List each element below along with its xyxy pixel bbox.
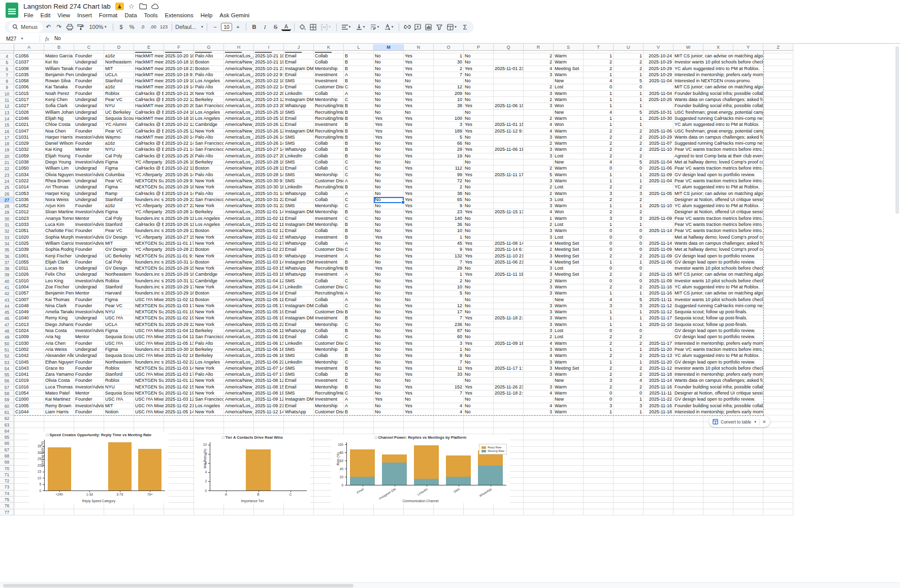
- cell[interactable]: Instagram DM: [284, 397, 314, 403]
- cell[interactable]: New York: [194, 178, 224, 184]
- cell[interactable]: [763, 297, 793, 303]
- cell[interactable]: [494, 322, 524, 328]
- cell[interactable]: A: [344, 91, 374, 97]
- cell[interactable]: [554, 478, 584, 484]
- cell[interactable]: No: [374, 278, 404, 284]
- cell[interactable]: No: [374, 197, 404, 203]
- cell[interactable]: Palo Alto: [194, 172, 224, 178]
- cell[interactable]: Warm: [554, 228, 584, 234]
- cell[interactable]: Undergrad: [74, 197, 104, 203]
- cell[interactable]: Founder: [74, 91, 104, 97]
- cell[interactable]: America/Los_Angeles: [224, 191, 254, 197]
- cell[interactable]: No: [374, 347, 404, 353]
- row-header-29[interactable]: 29: [0, 209, 14, 215]
- cell[interactable]: 3: [584, 403, 614, 409]
- cell[interactable]: [733, 491, 763, 497]
- cell[interactable]: USC freshman; great energy, potential ca…: [673, 110, 763, 116]
- cell[interactable]: [524, 422, 554, 428]
- cell[interactable]: [673, 434, 703, 440]
- cell[interactable]: 2025-11-16: [644, 284, 673, 290]
- cell[interactable]: 4: [524, 241, 554, 247]
- row-header-60[interactable]: 60: [0, 403, 14, 409]
- cell[interactable]: Investment: [314, 253, 344, 259]
- cell[interactable]: Yes: [404, 203, 434, 209]
- cell[interactable]: No: [374, 360, 404, 366]
- cell[interactable]: [763, 497, 793, 503]
- cell[interactable]: 12: [434, 303, 464, 309]
- cell[interactable]: Undergrad: [74, 253, 104, 259]
- cell[interactable]: [763, 110, 793, 116]
- cell[interactable]: [434, 297, 464, 303]
- cell[interactable]: [763, 378, 793, 384]
- cell[interactable]: Collab: [314, 153, 344, 159]
- cell[interactable]: 11: [434, 366, 464, 372]
- cell[interactable]: Berkeley: [194, 97, 224, 103]
- row-header-38[interactable]: 38: [0, 266, 14, 272]
- cell[interactable]: Yes: [464, 241, 494, 247]
- cell[interactable]: 0: [614, 228, 644, 234]
- cell[interactable]: [673, 459, 703, 465]
- cell[interactable]: 1: [614, 259, 644, 266]
- cell[interactable]: Figma: [104, 184, 134, 190]
- row-header-7[interactable]: 7: [0, 72, 14, 78]
- cell[interactable]: 3: [584, 378, 614, 384]
- cell[interactable]: Agreed to test Comp beta at their club e…: [673, 153, 763, 159]
- cell[interactable]: [644, 440, 673, 446]
- cell[interactable]: [434, 397, 464, 403]
- cell[interactable]: 7: [434, 72, 464, 78]
- cell[interactable]: Remy Brown: [44, 403, 74, 409]
- cell[interactable]: No: [464, 135, 494, 141]
- cell[interactable]: 2: [584, 128, 614, 135]
- cell[interactable]: B: [344, 128, 374, 135]
- decrease-decimal-button[interactable]: .0: [138, 22, 147, 32]
- cell[interactable]: America/New_York: [224, 409, 254, 415]
- cell[interactable]: LinkedIn: [284, 341, 314, 347]
- cell[interactable]: Wants data on campus challenges; asked f…: [673, 97, 763, 103]
- cell[interactable]: [673, 484, 703, 490]
- cell[interactable]: HackMIT meetup: [134, 116, 164, 122]
- row-header-34[interactable]: 34: [0, 241, 14, 247]
- cell[interactable]: [524, 466, 554, 472]
- cell[interactable]: [434, 110, 464, 116]
- row-header-46[interactable]: 46: [0, 315, 14, 321]
- cell[interactable]: 2: [584, 184, 614, 190]
- cell[interactable]: Yes: [374, 128, 404, 135]
- cell[interactable]: 1: [584, 172, 614, 178]
- row-header-4[interactable]: 4: [0, 53, 14, 59]
- cell[interactable]: [584, 428, 614, 434]
- cell[interactable]: William Garcia: [44, 241, 74, 247]
- cell[interactable]: [673, 415, 703, 421]
- cell[interactable]: Warm: [554, 172, 584, 178]
- cell[interactable]: YC alum suggested intro to PM at Roblox.: [673, 66, 763, 72]
- cell[interactable]: NEXTGEN Summit: [134, 378, 164, 384]
- cell[interactable]: YC alum suggested intro to PM at Roblox.: [673, 203, 763, 209]
- cell[interactable]: [703, 459, 733, 465]
- cell[interactable]: 2025-11-06: [644, 259, 673, 266]
- cell[interactable]: 1: [614, 315, 644, 321]
- cell[interactable]: [763, 253, 793, 259]
- cell[interactable]: Berkeley: [194, 328, 224, 334]
- cell[interactable]: C1052: [14, 203, 44, 209]
- cell[interactable]: No: [374, 247, 404, 253]
- cell[interactable]: [733, 440, 763, 446]
- cell[interactable]: Noah Perez: [44, 91, 74, 97]
- cell[interactable]: 3: [524, 360, 554, 366]
- row-header-22[interactable]: 22: [0, 166, 14, 172]
- cell[interactable]: Collab: [314, 278, 344, 284]
- cell[interactable]: 2: [584, 135, 614, 141]
- document-title[interactable]: Langston Reid 274 Chart lab: [23, 3, 111, 10]
- cell[interactable]: Yes: [404, 141, 434, 147]
- cell[interactable]: Mateo Garcia: [44, 53, 74, 59]
- cell[interactable]: 2025-11-14 6:20: [494, 247, 524, 253]
- cell[interactable]: NEXTGEN Summit: [134, 253, 164, 259]
- cell[interactable]: [763, 303, 793, 309]
- cell[interactable]: [703, 478, 733, 484]
- cell[interactable]: SMS: [284, 278, 314, 284]
- cell[interactable]: No: [374, 341, 404, 347]
- cell[interactable]: 2025-10-26 11:3: [164, 222, 194, 228]
- cell[interactable]: Warm: [554, 409, 584, 415]
- cell[interactable]: [644, 84, 673, 90]
- row-header-35[interactable]: 35: [0, 247, 14, 253]
- cell[interactable]: Yes: [374, 135, 404, 141]
- cell[interactable]: HackMIT meetup: [134, 72, 164, 78]
